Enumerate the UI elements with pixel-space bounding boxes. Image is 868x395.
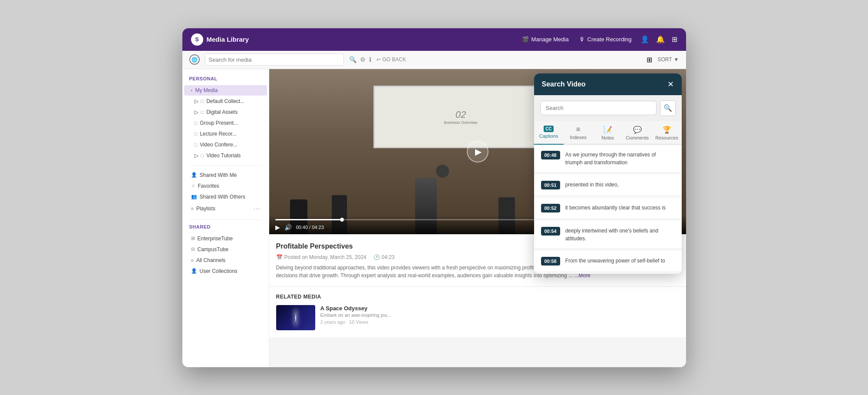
indexes-tab-icon: ≡: [576, 126, 580, 133]
sidebar-item-group-present[interactable]: □ Group Present...: [184, 118, 267, 128]
search-bar-right: ⊞ SORT ▼: [647, 56, 679, 64]
play-icon: ▶: [475, 146, 482, 157]
timestamp-4[interactable]: 00:54: [541, 227, 560, 236]
sidebar-item-user-collections[interactable]: 👤 User Collections: [184, 266, 267, 276]
calendar-icon: 📅: [276, 254, 283, 260]
folder-icon-5: □: [195, 142, 198, 147]
timestamp-3[interactable]: 00:52: [541, 204, 560, 212]
presenter-head: [436, 165, 449, 178]
folder-icon: □: [201, 99, 204, 104]
campus-icon: ⊟: [191, 246, 195, 252]
search-video-panel: Search Video ✕ 🔍 CC Captions: [534, 73, 682, 274]
svp-result-2[interactable]: 00:51 presented in this video,: [534, 175, 682, 196]
bell-icon[interactable]: 🔔: [656, 35, 665, 43]
video-duration-display: 🕐 04:23: [373, 254, 395, 260]
globe-icon[interactable]: 🌐: [189, 54, 200, 65]
sidebar-item-favorites[interactable]: ☆ Favorites: [184, 181, 267, 191]
video-confere-label: Video Confere...: [200, 142, 238, 148]
tab-indexes[interactable]: ≡ Indexes: [564, 121, 593, 145]
svp-result-1[interactable]: 00:48 As we journey through the narrativ…: [534, 145, 682, 173]
folder-icon-2: □: [201, 110, 204, 115]
search-magnifier-icon: 🔍: [663, 104, 672, 112]
create-recording-button[interactable]: 🎙 Create Recording: [579, 36, 632, 43]
content-area: 02 Business Overview ▶: [269, 69, 686, 367]
search-input[interactable]: [205, 53, 344, 66]
folder-icon-4: □: [195, 131, 198, 136]
shared-section-label: SHARED: [182, 224, 269, 233]
related-item-desc: Embark on an awe-inspiring jou...: [320, 312, 679, 318]
progress-fill: [275, 219, 340, 220]
search-icon[interactable]: 🔍: [349, 56, 356, 63]
svp-close-button[interactable]: ✕: [667, 80, 674, 89]
sort-button[interactable]: SORT ▼: [657, 56, 679, 63]
timestamp-2[interactable]: 00:51: [541, 181, 560, 189]
caption-text-1: As we journey through the narratives of …: [565, 151, 675, 166]
caption-text-3: it becomes abundantly clear that success…: [565, 204, 666, 212]
svp-result-5[interactable]: 00:58 From the unwavering power of self-…: [534, 251, 682, 272]
folder-icon-6: □: [201, 153, 204, 158]
sidebar-item-enterprise-tube[interactable]: ⊞ EnterpriseTube: [184, 233, 267, 244]
sidebar-item-my-media[interactable]: ▪ My Media: [184, 85, 267, 96]
tab-notes[interactable]: 📝 Notes: [593, 121, 623, 145]
group-present-label: Group Present...: [200, 120, 238, 126]
sidebar-item-lecture-recor[interactable]: □ Lecture Recor...: [184, 129, 267, 139]
related-media-item[interactable]: A Space Odyssey Embark on an awe-inspiri…: [276, 305, 679, 330]
sidebar-item-shared-with-me[interactable]: 👤 Shared With Me: [184, 170, 267, 180]
playlists-icon: ≡: [191, 206, 194, 211]
timestamp-1[interactable]: 00:48: [541, 151, 560, 159]
related-item-name: A Space Odyssey: [320, 305, 679, 312]
tab-comments[interactable]: 💬 Comments: [623, 121, 652, 145]
user-collections-icon: 👤: [191, 268, 197, 274]
all-channels-label: All Channels: [196, 257, 225, 263]
related-media-title: RELATED MEDIA: [276, 294, 679, 300]
grid-icon[interactable]: ⊞: [672, 35, 677, 43]
view-toggle-icon[interactable]: ⊞: [647, 56, 652, 64]
sidebar-item-default-collect[interactable]: ▷ □ Default Collect...: [184, 96, 267, 106]
sidebar-item-video-tutorials[interactable]: ▷ □ Video Tutorials: [184, 150, 267, 161]
sidebar-item-playlists[interactable]: ≡ Playlists ⋯: [184, 202, 267, 215]
sidebar-item-video-confere[interactable]: □ Video Confere...: [184, 139, 267, 150]
play-pause-button[interactable]: ▶: [275, 224, 280, 231]
sidebar-divider-1: [189, 165, 262, 166]
svp-result-3[interactable]: 00:52 it becomes abundantly clear that s…: [534, 198, 682, 219]
captions-tab-icon: CC: [544, 126, 553, 132]
timestamp-5[interactable]: 00:58: [541, 257, 560, 266]
slide-number: 02: [444, 109, 478, 120]
sidebar-item-shared-with-others[interactable]: 👥 Shared With Others: [184, 192, 267, 202]
volume-button[interactable]: 🔊: [284, 224, 292, 231]
user-icon[interactable]: 👤: [640, 35, 649, 43]
svp-result-4[interactable]: 00:54 deeply intertwined with one's beli…: [534, 221, 682, 249]
resources-tab-icon: 🏆: [663, 126, 671, 134]
svp-search-button[interactable]: 🔍: [660, 100, 676, 116]
campus-tube-label: CampusTube: [198, 246, 229, 252]
sidebar-item-campus-tube[interactable]: ⊟ CampusTube: [184, 244, 267, 255]
shared-with-me-label: Shared With Me: [200, 172, 237, 178]
clock-icon: 🕐: [373, 254, 380, 260]
tab-captions[interactable]: CC Captions: [534, 121, 564, 145]
go-back-button[interactable]: ↩ GO BACK: [376, 56, 406, 63]
related-item-stats: 2 years ago 10 Views: [320, 319, 679, 325]
channels-icon: ≡: [191, 258, 194, 263]
slide-title: Business Overview: [444, 120, 478, 125]
svp-search-input[interactable]: [540, 101, 657, 115]
main-content: PERSONAL ▪ My Media ▷ □ Default Collect.…: [182, 69, 686, 367]
video-title: Profitable Perspectives: [276, 242, 353, 250]
shared-others-icon: 👥: [191, 194, 197, 199]
brand-name: Media Library: [207, 36, 249, 43]
sidebar-item-digital-assets[interactable]: ▷ □ Digital Assets: [184, 107, 267, 117]
sidebar-item-all-channels[interactable]: ≡ All Channels: [184, 255, 267, 266]
play-button[interactable]: ▶: [467, 141, 488, 163]
browser-window: S Media Library 🎬 Manage Media 🎙 Create …: [182, 28, 686, 367]
video-posted-date: 📅 Posted on Monday, March 25, 2024: [276, 254, 366, 260]
info-icon[interactable]: ℹ: [369, 56, 371, 63]
my-media-label: My Media: [195, 87, 218, 93]
filter-icon[interactable]: ⚙: [360, 56, 366, 63]
comments-tab-icon: 💬: [633, 126, 642, 134]
enterprise-icon: ⊞: [191, 236, 195, 241]
svp-title: Search Video: [542, 80, 586, 88]
manage-media-button[interactable]: 🎬 Manage Media: [522, 36, 569, 43]
playlists-more-icon[interactable]: ⋯: [253, 205, 260, 213]
presentation-screen: 02 Business Overview: [373, 86, 548, 148]
tab-resources[interactable]: 🏆 Resources: [652, 121, 682, 145]
video-tutorials-label: Video Tutorials: [206, 153, 241, 159]
